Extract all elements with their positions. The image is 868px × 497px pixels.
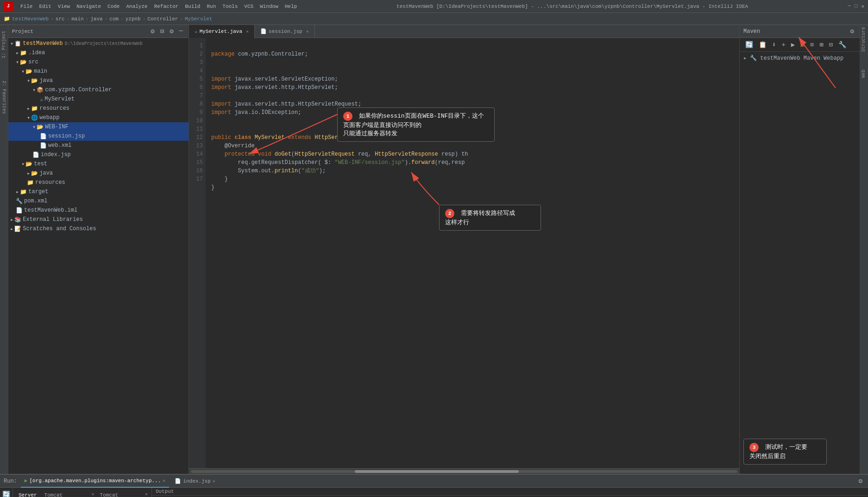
maven-lifecycle-icon[interactable]: ≋ [808, 40, 816, 50]
menu-code[interactable]: Code [107, 4, 120, 9]
tree-item-iml[interactable]: 📄 testMavenWeb.iml [8, 206, 189, 215]
breadcrumb-src[interactable]: src [56, 16, 65, 22]
menu-analyze[interactable]: Analyze [126, 4, 147, 9]
code-content[interactable]: package com.yzpnb.Controller; import jav… [206, 38, 739, 468]
structure-tab[interactable]: Structure [860, 25, 868, 54]
menu-build[interactable]: Build [185, 4, 200, 9]
breadcrumb-com[interactable]: com [109, 16, 119, 22]
maven-align-icon[interactable]: ⊟ [827, 40, 835, 50]
menu-view[interactable]: View [58, 4, 70, 9]
tree-item-session-jsp[interactable]: 📄 session.jsp [8, 132, 189, 141]
tomcat-localhost-tab[interactable]: Tomcat Localhost Log [43, 491, 88, 497]
menu-file[interactable]: File [20, 4, 32, 9]
callout-3: 3 测试时，一定要 关闭然后重启 [743, 439, 827, 465]
callout-1: 1 如果你的sessin页面在WEB-INF目录下，这个页面客户端是直接访问不到… [337, 107, 495, 142]
tree-item-extlib[interactable]: ▸ 📚 External Libraries [8, 215, 189, 224]
tree-label-webinf: WEB-INF [45, 124, 68, 130]
menu-run[interactable]: Run [207, 4, 216, 9]
tab-index-jsp[interactable]: 📄 index.jsp ✕ [171, 475, 219, 488]
menu-edit[interactable]: Edit [39, 4, 51, 9]
hscroll-thumb[interactable] [355, 470, 519, 473]
tab-session-close-icon[interactable]: ✕ [306, 29, 309, 34]
tree-item-testmavenweb[interactable]: ▾ 📋 testMavenWeb D:\IdeaProjects\testMav… [8, 39, 189, 48]
tab-run-close[interactable]: ✕ [163, 478, 165, 484]
horizontal-scrollbar[interactable] [189, 468, 739, 474]
tree-item-idea[interactable]: ▸ 📁 .idea [8, 48, 189, 57]
breadcrumb-project[interactable]: testMavenWeb [12, 16, 49, 22]
editor-content[interactable]: 12345 678910 1112131415 1617 package com… [189, 38, 739, 468]
tree-item-resources[interactable]: ▸ 📁 resources [8, 104, 189, 113]
maven-skip-icon[interactable]: ⊞ [818, 40, 825, 50]
tree-item-src[interactable]: ▾ 📂 src [8, 57, 189, 67]
tree-item-myservlet[interactable]: ☕ MyServlet [8, 94, 189, 104]
menu-navigate[interactable]: Navigate [76, 4, 101, 9]
favorites-tab-label[interactable]: 2: Favorites [0, 79, 7, 116]
tree-label-webapp: webapp [39, 114, 59, 121]
restart-icon[interactable]: 🔄 [1, 490, 11, 497]
menu-bar[interactable]: File Edit View Navigate Code Analyze Ref… [20, 4, 297, 9]
tree-label-scratches: Scratches and Consoles [23, 226, 96, 232]
tab-run-process[interactable]: ▶ [org.apache.maven.plugins:maven-archet… [21, 475, 170, 488]
breadcrumb-myservlet[interactable]: MyServlet [185, 16, 212, 22]
menu-vcs[interactable]: VCS [244, 4, 253, 9]
left-vtabs: 1: Project 2: Favorites [0, 25, 8, 474]
tree-item-main[interactable]: ▾ 📂 main [8, 67, 189, 76]
tree-item-scratches[interactable]: ▸ 📝 Scratches and Consoles [8, 224, 189, 233]
menu-help[interactable]: Help [285, 4, 297, 9]
tomcat-close-1[interactable]: ✕ [92, 491, 94, 497]
tree-item-index-jsp[interactable]: 📄 index.jsp [8, 150, 189, 159]
maven-project-item[interactable]: ▸ 🔧 testMavenWeb Maven Webapp [743, 54, 856, 63]
sidebar-split-icon[interactable]: ⊟ [158, 26, 166, 36]
tree-item-test[interactable]: ▾ 📂 test [8, 159, 189, 169]
tomcat-close-2[interactable]: ✕ [145, 491, 148, 497]
maven-run-icon[interactable]: ▶ [789, 40, 797, 50]
tree-item-package[interactable]: ▾ 📦 com.yzpnb.Controller [8, 85, 189, 94]
breadcrumb-controller[interactable]: Controller [147, 16, 178, 22]
minimize-button[interactable]: ─ [848, 3, 851, 9]
maximize-button[interactable]: □ [855, 3, 858, 9]
sidebar-gear-icon[interactable]: ⚙ [168, 26, 175, 36]
tree-item-webinf[interactable]: ▾ 📂 WEB-INF [8, 122, 189, 132]
tree-label-pom: pom.xml [24, 198, 47, 204]
maven-import-icon[interactable]: ⬇ [770, 40, 778, 50]
tree-item-target[interactable]: ▸ 📁 target [8, 187, 189, 196]
project-tab-label[interactable]: 1: Project [0, 29, 7, 60]
sidebar-close-icon[interactable]: ─ [177, 26, 185, 36]
tab-close-icon[interactable]: ✕ [246, 29, 249, 34]
menu-tools[interactable]: Tools [222, 4, 238, 9]
breadcrumb-main[interactable]: main [71, 16, 83, 22]
tree-item-pom[interactable]: 🔧 pom.xml [8, 196, 189, 206]
tree-arrow-tjava: ▸ [27, 170, 30, 177]
tree-item-test-java[interactable]: ▸ 📂 java [8, 169, 189, 178]
maven-tree: ▸ 🔧 testMavenWeb Maven Webapp [740, 52, 860, 429]
web-tab[interactable]: Web [860, 68, 868, 80]
tree-item-webxml[interactable]: 📄 web.xml [8, 141, 189, 150]
tab-session-jsp[interactable]: 📄 session.jsp ✕ [255, 25, 315, 38]
tree-item-test-resources[interactable]: 📁 resources [8, 178, 189, 187]
menu-window[interactable]: Window [260, 4, 278, 9]
maven-settings-icon[interactable]: ⚙ [849, 26, 856, 36]
run-side-icons: 🔄 ■ ⏸ ▶ 📊 ⚙ 📌 [0, 488, 13, 497]
breadcrumb-yzpnb[interactable]: yzpnb [126, 16, 141, 22]
maven-refresh-icon[interactable]: 🔄 [743, 40, 755, 50]
sidebar-settings-icon[interactable]: ⚙ [149, 26, 156, 36]
maven-m-icon[interactable]: m [799, 40, 806, 50]
maven-add-icon[interactable]: 📋 [757, 40, 768, 50]
breadcrumb-java[interactable]: java [90, 16, 102, 22]
tree-item-java[interactable]: ▾ 📂 java [8, 76, 189, 85]
menu-refactor[interactable]: Refactor [154, 4, 179, 9]
editor-tabs: ☕ MyServlet.java ✕ 📄 session.jsp ✕ [189, 25, 739, 38]
maven-plus-icon[interactable]: + [780, 40, 787, 50]
tab-myservlet[interactable]: ☕ MyServlet.java ✕ [189, 25, 255, 38]
maven-project-label: testMavenWeb Maven Webapp [760, 55, 843, 62]
bottom-settings-icon[interactable]: ⚙ [857, 476, 864, 486]
tab-index-close[interactable]: ✕ [213, 478, 215, 484]
close-button[interactable]: ✕ [861, 3, 864, 9]
tab-session-label: session.jsp [269, 29, 302, 34]
tree-item-webapp[interactable]: ▾ 🌐 webapp [8, 113, 189, 122]
maven-wrench-icon[interactable]: 🔧 [837, 40, 848, 50]
hscroll-track[interactable] [191, 470, 737, 473]
server-tab[interactable]: Server [17, 491, 39, 497]
tomcat-catalina-tab[interactable]: Tomcat Catalina Log [98, 491, 141, 497]
tree-arrow: ▾ [10, 40, 13, 47]
